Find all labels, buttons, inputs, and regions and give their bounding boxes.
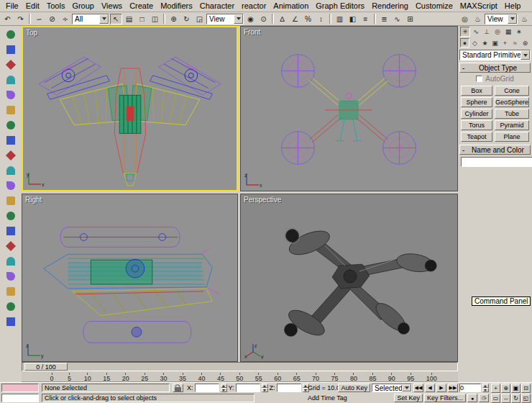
undo-icon[interactable]: ↶ xyxy=(1,14,14,24)
named-selection-sets-icon[interactable]: ▥ xyxy=(334,14,346,24)
x-spinner[interactable] xyxy=(221,384,227,392)
viewport-front-label[interactable]: Front xyxy=(244,28,260,36)
window-crossing-icon[interactable]: ◫ xyxy=(149,14,161,24)
left-toolbar-button[interactable] xyxy=(2,163,19,178)
selection-filter-dropdown[interactable]: All xyxy=(72,14,109,24)
layer-manager-icon[interactable]: ≣ xyxy=(378,14,390,24)
zoom-all-icon[interactable]: ⊕ xyxy=(501,384,510,393)
left-toolbar-button[interactable] xyxy=(2,73,19,87)
track-bar[interactable]: 0510152025303540455055606570758085909510… xyxy=(22,371,458,382)
sphere-button[interactable]: Sphere xyxy=(461,97,492,107)
menu-group[interactable]: Group xyxy=(68,1,98,11)
tube-button[interactable]: Tube xyxy=(495,109,529,119)
play-animation-icon[interactable]: ▶ xyxy=(436,384,446,392)
box-button[interactable]: Box xyxy=(461,86,492,96)
cameras-category-icon[interactable]: ▣ xyxy=(490,38,500,47)
viewport-front[interactable]: Front xyxy=(240,26,458,191)
add-time-tag-button[interactable]: Add Time Tag xyxy=(308,394,347,402)
left-toolbar-button[interactable] xyxy=(2,299,19,314)
z-coordinate-field[interactable] xyxy=(277,384,301,392)
plane-button[interactable]: Plane xyxy=(495,132,529,142)
redo-icon[interactable]: ↷ xyxy=(14,14,27,24)
maxscript-mini-listener-script[interactable] xyxy=(1,394,39,402)
menu-graph-editors[interactable]: Graph Editors xyxy=(312,1,368,11)
left-toolbar-button[interactable] xyxy=(2,269,19,284)
viewport-perspective[interactable]: Perspective xyxy=(240,194,458,362)
menu-modifiers[interactable]: Modifiers xyxy=(157,1,196,11)
viewport-right-label[interactable]: Right xyxy=(25,196,42,204)
key-filters-button[interactable]: Key Filters... xyxy=(424,394,466,402)
cone-button[interactable]: Cone xyxy=(495,86,529,96)
chevron-down-icon[interactable] xyxy=(402,384,411,391)
torus-button[interactable]: Torus xyxy=(461,120,492,130)
angle-snap-icon[interactable]: ∠ xyxy=(289,14,301,24)
go-to-end-icon[interactable]: ▶▶ xyxy=(448,384,458,392)
name-color-rollout[interactable]: - Name and Color xyxy=(459,145,531,155)
bind-to-spacewarp-icon[interactable]: ∻ xyxy=(59,14,71,24)
set-keys-icon[interactable]: ● xyxy=(467,394,477,402)
rotate-icon[interactable]: ↻ xyxy=(180,14,193,24)
menu-maxscript[interactable]: MAXScript xyxy=(457,1,501,11)
utilities-tab-icon[interactable]: ∗ xyxy=(514,27,524,37)
go-to-start-icon[interactable]: ◀◀ xyxy=(413,384,423,392)
arc-rotate-icon[interactable]: ↻ xyxy=(511,394,520,403)
schematic-view-icon[interactable]: ⊞ xyxy=(404,14,416,24)
menu-help[interactable]: Help xyxy=(501,1,525,11)
left-toolbar-button[interactable] xyxy=(2,148,19,163)
menu-character[interactable]: Character xyxy=(196,1,238,11)
set-key-button[interactable]: Set Key xyxy=(394,394,423,402)
left-toolbar-button[interactable] xyxy=(2,58,19,72)
left-toolbar-button[interactable] xyxy=(2,284,19,299)
menu-create[interactable]: Create xyxy=(126,1,157,11)
percent-snap-icon[interactable]: % xyxy=(302,14,314,24)
menu-tools[interactable]: Tools xyxy=(43,1,69,11)
cylinder-button[interactable]: Cylinder xyxy=(461,109,492,119)
align-icon[interactable]: ≡ xyxy=(359,14,372,24)
spacewarps-category-icon[interactable]: ≈ xyxy=(510,38,520,47)
hierarchy-tab-icon[interactable]: ⊥ xyxy=(482,27,492,37)
object-type-rollout[interactable]: - Object Type xyxy=(459,63,531,73)
left-toolbar-button[interactable] xyxy=(2,133,19,148)
time-slider-handle[interactable]: 0 / 100 xyxy=(24,363,68,371)
zoom-extents-icon[interactable]: ▣ xyxy=(511,384,520,393)
left-toolbar-button[interactable] xyxy=(2,224,19,238)
key-selection-dropdown[interactable]: Selected xyxy=(372,384,412,392)
auto-key-button[interactable]: Auto Key xyxy=(338,384,370,392)
scale-icon[interactable]: ◲ xyxy=(193,14,206,24)
menu-customize[interactable]: Customize xyxy=(412,1,457,11)
spinner-snap-icon[interactable]: ↕ xyxy=(315,14,327,24)
use-pivot-center-icon[interactable]: ◉ xyxy=(244,14,257,24)
menu-animation[interactable]: Animation xyxy=(270,1,312,11)
left-toolbar-button[interactable] xyxy=(2,194,19,208)
min-max-toggle-icon[interactable]: ◱ xyxy=(521,394,531,403)
time-configuration-icon[interactable]: ◷ xyxy=(479,394,489,402)
render-scene-icon[interactable]: ♨ xyxy=(472,14,484,24)
chevron-down-icon[interactable] xyxy=(234,14,243,24)
systems-category-icon[interactable]: ⊛ xyxy=(520,38,530,47)
quick-render-icon[interactable]: ♨ xyxy=(518,14,531,24)
region-zoom-icon[interactable]: ▭ xyxy=(491,394,500,403)
snap-toggle-icon[interactable]: ∆ xyxy=(276,14,288,24)
left-toolbar-button[interactable] xyxy=(2,88,19,102)
menu-file[interactable]: File xyxy=(2,1,22,11)
y-coordinate-field[interactable] xyxy=(236,384,260,392)
left-toolbar-button[interactable] xyxy=(2,254,19,268)
left-toolbar-button[interactable] xyxy=(2,178,19,193)
menu-views[interactable]: Views xyxy=(98,1,126,11)
modify-tab-icon[interactable]: ∿ xyxy=(471,27,481,37)
lights-category-icon[interactable]: ★ xyxy=(480,38,490,47)
previous-frame-icon[interactable]: ◀ xyxy=(425,384,435,392)
reference-coordinate-dropdown[interactable]: View xyxy=(206,14,244,24)
viewport-top[interactable]: Top xyxy=(22,26,238,191)
pyramid-button[interactable]: Pyramid xyxy=(495,120,529,130)
left-toolbar-button[interactable] xyxy=(2,118,19,132)
shapes-category-icon[interactable]: ◇ xyxy=(470,38,480,47)
geometry-category-icon[interactable]: ● xyxy=(460,38,469,47)
menu-reactor[interactable]: reactor xyxy=(238,1,270,11)
current-frame-field[interactable] xyxy=(459,384,481,392)
y-spinner[interactable] xyxy=(262,384,268,392)
left-toolbar-button[interactable] xyxy=(2,27,19,42)
x-coordinate-field[interactable] xyxy=(195,384,219,392)
curve-editor-icon[interactable]: ∿ xyxy=(391,14,403,24)
zoom-extents-all-icon[interactable]: ⊡ xyxy=(521,384,531,393)
